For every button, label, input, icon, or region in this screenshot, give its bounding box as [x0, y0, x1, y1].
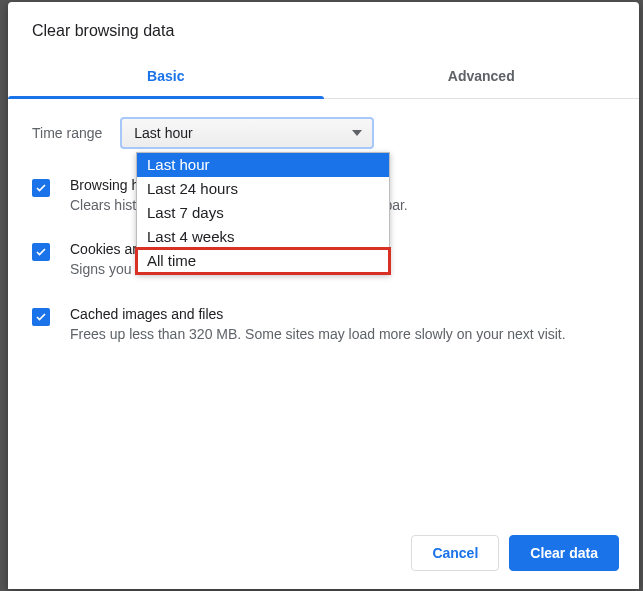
option-last-hour[interactable]: Last hour: [137, 153, 389, 177]
cache-title: Cached images and files: [70, 306, 566, 322]
option-last-4-weeks[interactable]: Last 4 weeks: [137, 225, 389, 249]
time-range-dropdown: Last hour Last 24 hours Last 7 days Last…: [136, 152, 390, 274]
cancel-button[interactable]: Cancel: [411, 535, 499, 571]
check-icon: [35, 311, 47, 323]
cache-sub: Frees up less than 320 MB. Some sites ma…: [70, 324, 566, 344]
chevron-down-icon: [352, 130, 362, 136]
time-range-label: Time range: [32, 125, 102, 141]
dialog-title: Clear browsing data: [8, 2, 639, 56]
option-all-time[interactable]: All time: [137, 249, 389, 273]
clear-browsing-data-dialog: Clear browsing data Basic Advanced Time …: [8, 2, 639, 589]
cookies-checkbox[interactable]: [32, 243, 50, 261]
dialog-footer: Cancel Clear data: [8, 519, 639, 589]
browsing-history-checkbox[interactable]: [32, 179, 50, 197]
check-icon: [35, 182, 47, 194]
cache-checkbox[interactable]: [32, 308, 50, 326]
clear-data-button[interactable]: Clear data: [509, 535, 619, 571]
option-last-24-hours[interactable]: Last 24 hours: [137, 177, 389, 201]
tabs: Basic Advanced: [8, 56, 639, 99]
option-last-7-days[interactable]: Last 7 days: [137, 201, 389, 225]
check-icon: [35, 246, 47, 258]
tab-advanced[interactable]: Advanced: [324, 56, 640, 98]
time-range-row: Time range Last hour Last hour Last 24 h…: [32, 117, 615, 149]
time-range-value: Last hour: [134, 125, 192, 141]
dialog-content: Time range Last hour Last hour Last 24 h…: [8, 99, 639, 519]
cache-text: Cached images and files Frees up less th…: [70, 306, 566, 344]
time-range-select[interactable]: Last hour: [120, 117, 374, 149]
tab-basic[interactable]: Basic: [8, 56, 324, 98]
cache-row: Cached images and files Frees up less th…: [32, 306, 615, 344]
